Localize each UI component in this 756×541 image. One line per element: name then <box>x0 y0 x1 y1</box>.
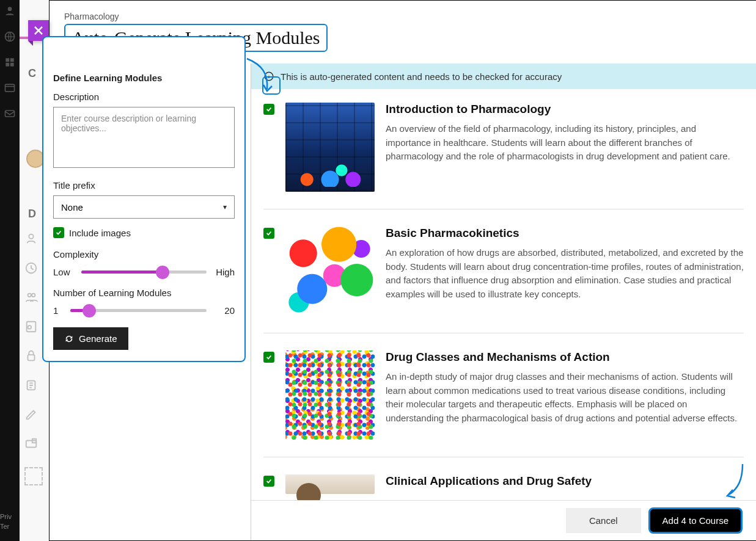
check-icon <box>266 230 272 236</box>
footer-bar: Cancel Add 4 to Course <box>251 500 756 540</box>
include-images-checkbox[interactable] <box>53 227 64 238</box>
module-title: Drug Classes and Mechanisms of Action <box>386 350 744 364</box>
svg-point-11 <box>32 294 35 297</box>
module-thumbnail <box>285 103 375 192</box>
cancel-button[interactable]: Cancel <box>566 508 641 533</box>
title-prefix-value: None <box>61 202 83 212</box>
modules-list[interactable]: Introduction to Pharmacology An overview… <box>251 89 756 540</box>
course-breadcrumb: Pharmacology <box>64 12 741 21</box>
module-title: Clinical Applications and Drug Safety <box>386 474 744 488</box>
partial-label-c: C <box>28 67 36 80</box>
dashed-box-icon <box>24 467 43 485</box>
partial-terms: Ter <box>0 523 9 530</box>
count-slider[interactable] <box>70 303 207 318</box>
complexity-label: Complexity <box>53 249 235 260</box>
description-label: Description <box>53 92 235 102</box>
info-icon <box>263 71 274 82</box>
complexity-high: High <box>214 267 235 277</box>
count-label: Number of Learning Modules <box>53 288 235 298</box>
partial-privacy: Priv <box>0 513 12 520</box>
title-prefix-label: Title prefix <box>53 180 235 191</box>
add-to-course-button[interactable]: Add 4 to Course <box>648 507 743 534</box>
count-max: 20 <box>214 305 235 316</box>
title-prefix-select[interactable]: None ▾ <box>53 195 235 219</box>
module-description: An overview of the field of pharmacology… <box>386 122 744 164</box>
module-title: Introduction to Pharmacology <box>386 103 744 116</box>
module-row: Basic Pharmacokinetics An exploration of… <box>263 227 744 333</box>
check-icon <box>266 106 272 112</box>
module-checkbox[interactable] <box>263 352 274 363</box>
svg-rect-2 <box>6 58 9 62</box>
regenerate-icon <box>64 334 74 344</box>
define-modules-box: Define Learning Modules Description Titl… <box>42 36 246 362</box>
accuracy-banner: This is auto-generated content and needs… <box>251 64 756 89</box>
module-thumbnail <box>285 350 375 440</box>
check-icon <box>266 478 272 484</box>
module-thumbnail <box>285 227 375 316</box>
description-input[interactable] <box>53 107 235 168</box>
module-description: An in-depth study of major drug classes … <box>386 370 744 425</box>
svg-rect-5 <box>10 63 14 67</box>
banner-text: This is auto-generated content and needs… <box>281 71 562 82</box>
app-nav-rail <box>0 0 20 541</box>
module-checkbox[interactable] <box>263 228 274 239</box>
right-column: This is auto-generated content and needs… <box>251 64 756 540</box>
svg-rect-3 <box>10 58 14 62</box>
svg-rect-14 <box>28 355 35 360</box>
svg-point-13 <box>28 325 32 329</box>
include-images-label: Include images <box>69 228 131 238</box>
module-description: An exploration of how drugs are absorbed… <box>386 246 744 301</box>
close-icon <box>34 26 43 35</box>
define-heading: Define Learning Modules <box>53 73 235 83</box>
complexity-low: Low <box>53 267 74 277</box>
module-checkbox[interactable] <box>263 476 274 487</box>
partial-label-d: D <box>28 208 36 220</box>
chevron-down-icon: ▾ <box>223 203 227 211</box>
module-row: Drug Classes and Mechanisms of Action An… <box>263 350 744 457</box>
module-title: Basic Pharmacokinetics <box>386 227 744 240</box>
svg-point-10 <box>28 294 32 297</box>
left-column: Define Learning Modules Description Titl… <box>50 64 251 540</box>
check-icon <box>266 354 272 360</box>
module-checkbox[interactable] <box>263 104 274 115</box>
module-row: Introduction to Pharmacology An overview… <box>263 103 744 209</box>
generate-label: Generate <box>79 333 117 344</box>
svg-point-8 <box>29 234 33 239</box>
module-thumbnail <box>285 474 375 494</box>
svg-rect-4 <box>6 63 9 67</box>
svg-rect-6 <box>6 84 15 92</box>
auto-generate-panel: Pharmacology Auto-Generate Learning Modu… <box>49 0 756 541</box>
check-icon <box>56 230 62 236</box>
svg-rect-7 <box>6 111 15 117</box>
complexity-slider[interactable] <box>81 264 207 279</box>
svg-rect-16 <box>26 441 37 448</box>
generate-button[interactable]: Generate <box>53 327 128 350</box>
count-min: 1 <box>53 305 63 316</box>
svg-point-0 <box>8 7 12 11</box>
